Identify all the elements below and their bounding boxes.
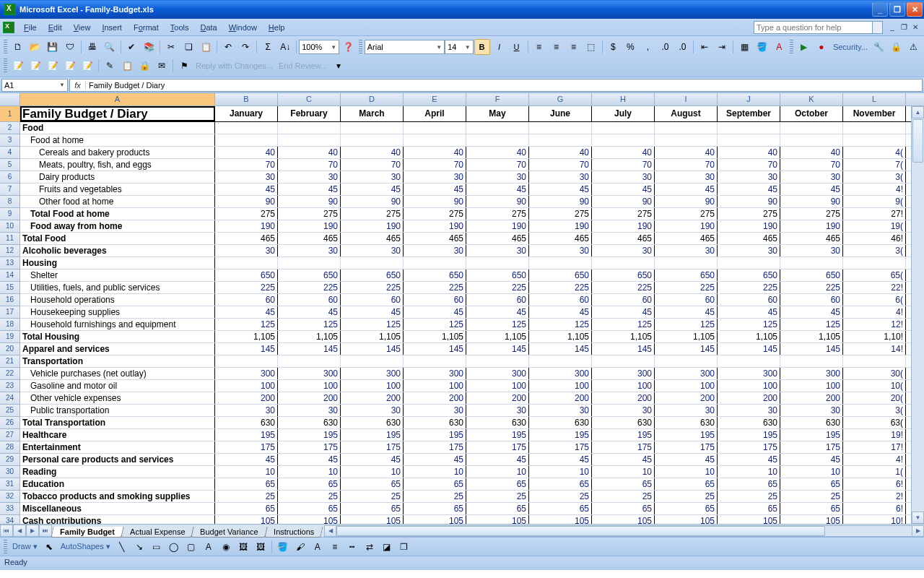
cell-F32[interactable]: 25	[466, 491, 529, 502]
cell-K11[interactable]: 465	[780, 233, 843, 244]
cell-H28[interactable]: 175	[592, 441, 655, 453]
zoom-combo[interactable]: 100%▼	[299, 40, 339, 54]
cell-E12[interactable]: 30	[404, 245, 466, 256]
cell-D10[interactable]: 190	[341, 220, 404, 232]
textbox-button[interactable]: ▢	[183, 539, 199, 555]
cell-J30[interactable]: 10	[718, 466, 780, 478]
cell-D14[interactable]: 650	[341, 269, 404, 281]
security-button[interactable]: Security...	[830, 43, 871, 51]
cell-B15[interactable]: 225	[215, 282, 278, 293]
cell-A23[interactable]: Gasoline and motor oil	[20, 380, 215, 392]
row-header-27[interactable]: 27	[0, 429, 20, 441]
cell-D33[interactable]: 65	[341, 503, 404, 514]
cell-G1[interactable]: June	[529, 106, 592, 121]
cell-A2[interactable]: Food	[20, 122, 215, 134]
cell-G24[interactable]: 200	[529, 392, 592, 404]
cell-A10[interactable]: Food away from home	[20, 220, 215, 232]
cell-H31[interactable]: 65	[592, 478, 655, 490]
column-header-I[interactable]: I	[655, 93, 718, 105]
cell-E8[interactable]: 90	[404, 196, 466, 207]
cell-C22[interactable]: 300	[278, 368, 341, 379]
cell-D12[interactable]: 30	[341, 245, 404, 256]
cell-I23[interactable]: 100	[655, 380, 718, 392]
font-color-button[interactable]: A	[310, 539, 326, 555]
row-header-6[interactable]: 6	[0, 171, 20, 184]
scroll-thumb[interactable]	[336, 526, 825, 536]
cell-B24[interactable]: 200	[215, 392, 278, 404]
toolbar-grip[interactable]	[359, 40, 362, 54]
cell-I32[interactable]: 25	[655, 491, 718, 502]
fx-button[interactable]: fx	[70, 81, 86, 90]
cell-F1[interactable]: May	[466, 106, 529, 121]
cell-F16[interactable]: 60	[466, 294, 529, 306]
cell-J25[interactable]: 30	[718, 405, 780, 416]
cell-I10[interactable]: 190	[655, 220, 718, 232]
cell-D25[interactable]: 30	[341, 405, 404, 416]
cell-L2[interactable]	[843, 122, 906, 134]
cell-A1[interactable]: Family Budget / Diary	[20, 106, 215, 121]
cell-A18[interactable]: Household furnishings and equipment	[20, 319, 215, 330]
cell-K5[interactable]: 70	[780, 159, 843, 171]
cell-I15[interactable]: 225	[655, 282, 718, 293]
cell-J11[interactable]: 465	[718, 233, 780, 244]
toolbar-options[interactable]: ▾	[331, 58, 346, 74]
cell-A20[interactable]: Apparel and services	[20, 343, 215, 355]
cell-L3[interactable]	[843, 134, 906, 146]
review-btn-4[interactable]: 📝	[62, 58, 78, 74]
cell-E17[interactable]: 45	[404, 306, 466, 318]
help-button[interactable]: ❓	[340, 39, 356, 55]
cell-K16[interactable]: 60	[780, 294, 843, 306]
cell-K4[interactable]: 40	[780, 147, 843, 158]
cell-B9[interactable]: 275	[215, 208, 278, 220]
cell-F34[interactable]: 105	[466, 515, 529, 524]
cell-B5[interactable]: 70	[215, 159, 278, 171]
align-left-button[interactable]: ≡	[531, 39, 547, 55]
picture-button[interactable]: 🖼	[253, 539, 269, 555]
cell-C4[interactable]: 40	[278, 147, 341, 158]
cell-B20[interactable]: 145	[215, 343, 278, 355]
cell-L33[interactable]: 6!	[843, 503, 906, 514]
cell-G18[interactable]: 125	[529, 319, 592, 330]
cell-H33[interactable]: 65	[592, 503, 655, 514]
cell-K2[interactable]	[780, 122, 843, 134]
cell-B33[interactable]: 65	[215, 503, 278, 514]
cell-F21[interactable]	[466, 355, 529, 367]
cell-K12[interactable]: 30	[780, 245, 843, 256]
cell-K32[interactable]: 25	[780, 491, 843, 502]
close-button[interactable]: ✕	[907, 2, 923, 17]
cell-C6[interactable]: 30	[278, 171, 341, 183]
cell-F15[interactable]: 225	[466, 282, 529, 293]
bold-button[interactable]: B	[474, 39, 490, 55]
cell-A28[interactable]: Entertainment	[20, 441, 215, 453]
cell-F12[interactable]: 30	[466, 245, 529, 256]
cell-C8[interactable]: 90	[278, 196, 341, 207]
cell-B6[interactable]: 30	[215, 171, 278, 183]
cell-J34[interactable]: 105	[718, 515, 780, 524]
3d-button[interactable]: ❒	[396, 539, 412, 555]
cell-H20[interactable]: 145	[592, 343, 655, 355]
horizontal-scrollbar[interactable]: ◀ ▶	[324, 525, 924, 537]
cell-G23[interactable]: 100	[529, 380, 592, 392]
diagram-button[interactable]: ◉	[218, 539, 234, 555]
cell-A29[interactable]: Personal care products and services	[20, 454, 215, 465]
cell-D5[interactable]: 70	[341, 159, 404, 171]
cell-E20[interactable]: 145	[404, 343, 466, 355]
cell-G30[interactable]: 10	[529, 466, 592, 478]
cell-D24[interactable]: 200	[341, 392, 404, 404]
security-tool-3[interactable]: ⚠	[906, 39, 922, 55]
cell-J27[interactable]: 195	[718, 429, 780, 441]
cell-A26[interactable]: Total Transportation	[20, 417, 215, 428]
cell-A7[interactable]: Fruits and vegetables	[20, 184, 215, 195]
cell-C18[interactable]: 125	[278, 319, 341, 330]
cell-G15[interactable]: 225	[529, 282, 592, 293]
cell-A8[interactable]: Other food at home	[20, 196, 215, 207]
cell-K1[interactable]: October	[780, 106, 843, 121]
cell-B30[interactable]: 10	[215, 466, 278, 478]
cell-J26[interactable]: 630	[718, 417, 780, 428]
toolbar-grip[interactable]	[4, 40, 7, 54]
cell-B3[interactable]	[215, 134, 278, 146]
cell-I3[interactable]	[655, 134, 718, 146]
column-header-F[interactable]: F	[466, 93, 529, 105]
cell-K31[interactable]: 65	[780, 478, 843, 490]
cell-A25[interactable]: Public transportation	[20, 405, 215, 416]
